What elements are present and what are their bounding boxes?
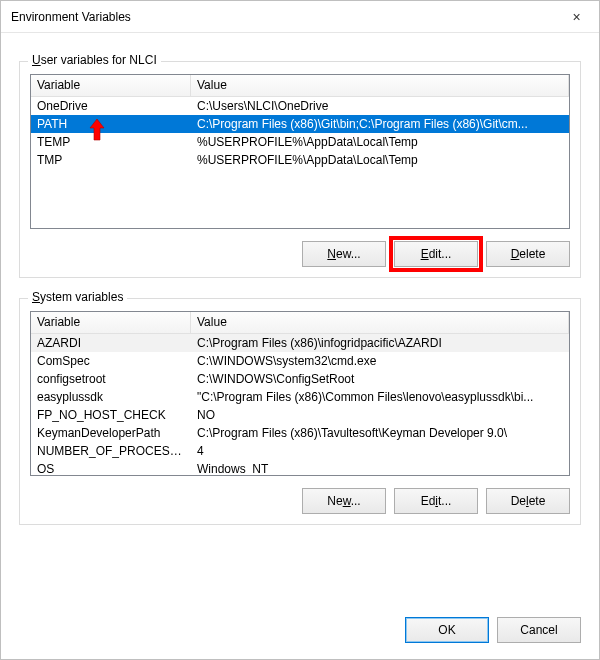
column-header-variable[interactable]: Variable bbox=[31, 75, 191, 96]
cell-variable: configsetroot bbox=[31, 372, 191, 386]
cell-value: C:\Program Files (x86)\Git\bin;C:\Progra… bbox=[191, 117, 569, 131]
cell-variable: KeymanDeveloperPath bbox=[31, 426, 191, 440]
cell-value: C:\Users\NLCI\OneDrive bbox=[191, 99, 569, 113]
user-variables-group: User variables for NLCI Variable Value O… bbox=[19, 61, 581, 278]
table-row[interactable]: OSWindows_NT bbox=[31, 460, 569, 475]
cancel-button[interactable]: Cancel bbox=[497, 617, 581, 643]
user-variables-body: OneDriveC:\Users\NLCI\OneDrivePATHC:\Pro… bbox=[31, 97, 569, 228]
user-variables-legend: User variables for NLCI bbox=[28, 53, 161, 67]
table-row[interactable]: NUMBER_OF_PROCESSORS4 bbox=[31, 442, 569, 460]
system-variables-buttons: New... Edit... Delete bbox=[30, 488, 570, 514]
cell-value: Windows_NT bbox=[191, 462, 569, 475]
user-new-button[interactable]: New... bbox=[302, 241, 386, 267]
column-header-value[interactable]: Value bbox=[191, 75, 569, 96]
cell-variable: TEMP bbox=[31, 135, 191, 149]
listview-header: Variable Value bbox=[31, 75, 569, 97]
cell-value: 4 bbox=[191, 444, 569, 458]
cell-variable: easyplussdk bbox=[31, 390, 191, 404]
ok-button[interactable]: OK bbox=[405, 617, 489, 643]
cell-value: %USERPROFILE%\AppData\Local\Temp bbox=[191, 135, 569, 149]
user-edit-button[interactable]: Edit... bbox=[394, 241, 478, 267]
cell-variable: NUMBER_OF_PROCESSORS bbox=[31, 444, 191, 458]
table-row[interactable]: PATHC:\Program Files (x86)\Git\bin;C:\Pr… bbox=[31, 115, 569, 133]
cell-value: %USERPROFILE%\AppData\Local\Temp bbox=[191, 153, 569, 167]
cell-value: C:\Program Files (x86)\Tavultesoft\Keyma… bbox=[191, 426, 569, 440]
system-edit-button[interactable]: Edit... bbox=[394, 488, 478, 514]
cell-value: NO bbox=[191, 408, 569, 422]
column-header-value[interactable]: Value bbox=[191, 312, 569, 333]
cell-value: C:\Program Files (x86)\infogridpacific\A… bbox=[191, 336, 569, 350]
system-new-button[interactable]: New... bbox=[302, 488, 386, 514]
cell-value: C:\WINDOWS\ConfigSetRoot bbox=[191, 372, 569, 386]
window-title: Environment Variables bbox=[11, 10, 554, 24]
column-header-variable[interactable]: Variable bbox=[31, 312, 191, 333]
cell-variable: TMP bbox=[31, 153, 191, 167]
close-icon: × bbox=[572, 9, 580, 25]
user-delete-button[interactable]: Delete bbox=[486, 241, 570, 267]
system-variables-body[interactable]: AZARDIC:\Program Files (x86)\infogridpac… bbox=[31, 334, 569, 475]
cell-variable: PATH bbox=[31, 117, 191, 131]
table-row[interactable]: easyplussdk"C:\Program Files (x86)\Commo… bbox=[31, 388, 569, 406]
system-variables-legend: System variables bbox=[28, 290, 127, 304]
environment-variables-dialog: Environment Variables × User variables f… bbox=[0, 0, 600, 660]
cell-variable: FP_NO_HOST_CHECK bbox=[31, 408, 191, 422]
dialog-content: User variables for NLCI Variable Value O… bbox=[1, 33, 599, 605]
titlebar: Environment Variables × bbox=[1, 1, 599, 33]
cell-variable: OS bbox=[31, 462, 191, 475]
close-button[interactable]: × bbox=[554, 1, 599, 33]
table-row[interactable]: OneDriveC:\Users\NLCI\OneDrive bbox=[31, 97, 569, 115]
table-row[interactable]: FP_NO_HOST_CHECKNO bbox=[31, 406, 569, 424]
system-variables-group: System variables Variable Value AZARDIC:… bbox=[19, 298, 581, 525]
cell-value: "C:\Program Files (x86)\Common Files\len… bbox=[191, 390, 569, 404]
system-delete-button[interactable]: Delete bbox=[486, 488, 570, 514]
table-row[interactable]: configsetrootC:\WINDOWS\ConfigSetRoot bbox=[31, 370, 569, 388]
user-variables-buttons: New... Edit... Delete bbox=[30, 241, 570, 267]
system-variables-listview[interactable]: Variable Value AZARDIC:\Program Files (x… bbox=[30, 311, 570, 476]
listview-header: Variable Value bbox=[31, 312, 569, 334]
user-variables-listview[interactable]: Variable Value OneDriveC:\Users\NLCI\One… bbox=[30, 74, 570, 229]
cell-variable: OneDrive bbox=[31, 99, 191, 113]
dialog-footer: OK Cancel bbox=[1, 605, 599, 659]
table-row[interactable]: TEMP%USERPROFILE%\AppData\Local\Temp bbox=[31, 133, 569, 151]
cell-variable: ComSpec bbox=[31, 354, 191, 368]
table-row[interactable]: TMP%USERPROFILE%\AppData\Local\Temp bbox=[31, 151, 569, 169]
table-row[interactable]: KeymanDeveloperPathC:\Program Files (x86… bbox=[31, 424, 569, 442]
table-row[interactable]: ComSpecC:\WINDOWS\system32\cmd.exe bbox=[31, 352, 569, 370]
table-row[interactable]: AZARDIC:\Program Files (x86)\infogridpac… bbox=[31, 334, 569, 352]
cell-variable: AZARDI bbox=[31, 336, 191, 350]
cell-value: C:\WINDOWS\system32\cmd.exe bbox=[191, 354, 569, 368]
